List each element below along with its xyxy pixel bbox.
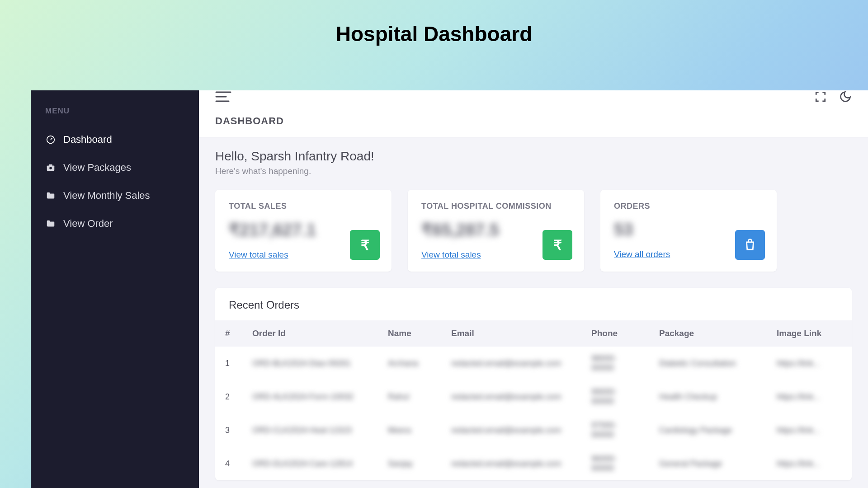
cell-link: https://link... (767, 380, 852, 413)
cell-link: https://link... (767, 347, 852, 380)
stat-label: ORDERS (614, 202, 763, 211)
app-window: MENU Dashboard View Packages View Monthl… (31, 90, 868, 488)
menu-toggle-icon[interactable] (215, 97, 231, 104)
cell-phone: 99000-00000 (581, 380, 649, 413)
folder-icon (45, 190, 56, 201)
sidebar-item-label: View Monthly Sales (63, 190, 150, 202)
col-name: Name (378, 320, 441, 347)
svg-point-2 (49, 167, 52, 169)
table-row[interactable]: 2ORD-ALK2024-Form-10032Rahulredacted.ema… (215, 380, 852, 413)
col-package: Package (649, 320, 767, 347)
col-image-link: Image Link (767, 320, 852, 347)
cell-phone: 96000-00000 (581, 447, 649, 480)
table-row[interactable]: 4ORD-DLK2024-Care-12814Sanjayredacted.em… (215, 447, 852, 480)
cell-order-id: ORD-BLK2024-Dias-09261 (242, 347, 378, 380)
sidebar-item-label: View Order (63, 218, 113, 230)
fullscreen-icon[interactable] (815, 91, 826, 104)
menu-heading: MENU (31, 107, 199, 126)
cell-phone: 98000-00000 (581, 347, 649, 380)
col-num: # (215, 320, 242, 347)
svg-rect-3 (49, 164, 52, 166)
table-row[interactable]: 3ORD-CLK2024-Heal-11523Meeraredacted.ema… (215, 413, 852, 447)
sidebar: MENU Dashboard View Packages View Monthl… (31, 90, 199, 488)
cell-name: Archana (378, 347, 441, 380)
breadcrumb: DASHBOARD (215, 115, 852, 127)
cell-package: General Package (649, 447, 767, 480)
cell-package: Cardiology Package (649, 413, 767, 447)
sidebar-item-dashboard[interactable]: Dashboard (31, 126, 199, 154)
cell-num: 2 (215, 380, 242, 413)
cell-num: 3 (215, 413, 242, 447)
cell-order-id: ORD-ALK2024-Form-10032 (242, 380, 378, 413)
main-content: DASHBOARD Hello, Sparsh Infantry Road! H… (199, 90, 868, 488)
content-area: Hello, Sparsh Infantry Road! Here's what… (199, 137, 868, 488)
recent-orders-panel: Recent Orders # Order Id Name Email Phon… (215, 288, 852, 480)
cell-phone: 97000-00000 (581, 413, 649, 447)
stat-label: TOTAL SALES (229, 202, 378, 211)
view-total-sales-link[interactable]: View total sales (421, 250, 481, 259)
rupee-icon: ₹ (350, 230, 380, 260)
cell-order-id: ORD-CLK2024-Heal-11523 (242, 413, 378, 447)
breadcrumb-bar: DASHBOARD (199, 105, 868, 137)
cell-name: Sanjay (378, 447, 441, 480)
sidebar-item-packages[interactable]: View Packages (31, 154, 199, 182)
cell-email: redacted.email@example.com (441, 380, 581, 413)
stats-row: TOTAL SALES ₹217,627.1 View total sales … (215, 190, 852, 272)
commission-card: TOTAL HOSPITAL COMMISSION ₹65,287.5 View… (408, 190, 584, 272)
sidebar-item-monthly-sales[interactable]: View Monthly Sales (31, 182, 199, 210)
view-total-sales-link[interactable]: View total sales (229, 250, 288, 259)
cell-email: redacted.email@example.com (441, 413, 581, 447)
orders-table: # Order Id Name Email Phone Package Imag… (215, 320, 852, 480)
cell-name: Meera (378, 413, 441, 447)
cell-link: https://link... (767, 447, 852, 480)
sidebar-item-label: View Packages (63, 162, 131, 174)
cell-email: redacted.email@example.com (441, 347, 581, 380)
table-row[interactable]: 1ORD-BLK2024-Dias-09261Archanaredacted.e… (215, 347, 852, 380)
dark-mode-icon[interactable] (839, 90, 852, 105)
subgreeting: Here's what's happening. (215, 166, 852, 176)
orders-card: ORDERS 53 View all orders (600, 190, 777, 272)
stat-label: TOTAL HOSPITAL COMMISSION (421, 202, 571, 211)
view-all-orders-link[interactable]: View all orders (614, 249, 670, 259)
table-header-row: # Order Id Name Email Phone Package Imag… (215, 320, 852, 347)
cell-link: https://link... (767, 413, 852, 447)
camera-icon (45, 162, 56, 173)
cell-order-id: ORD-DLK2024-Care-12814 (242, 447, 378, 480)
cell-name: Rahul (378, 380, 441, 413)
cell-num: 1 (215, 347, 242, 380)
cell-email: redacted.email@example.com (441, 447, 581, 480)
cell-package: Health Checkup (649, 380, 767, 413)
recent-orders-title: Recent Orders (215, 288, 852, 320)
folder-icon (45, 218, 56, 229)
cell-package: Diabetic Consultation (649, 347, 767, 380)
cell-num: 4 (215, 447, 242, 480)
page-title: Hospital Dashboard (0, 0, 868, 73)
rupee-icon: ₹ (542, 230, 572, 260)
sidebar-item-view-order[interactable]: View Order (31, 210, 199, 238)
topbar (199, 90, 868, 105)
gauge-icon (45, 134, 56, 145)
col-order-id: Order Id (242, 320, 378, 347)
col-phone: Phone (581, 320, 649, 347)
greeting: Hello, Sparsh Infantry Road! (215, 149, 852, 164)
sidebar-item-label: Dashboard (63, 134, 112, 145)
col-email: Email (441, 320, 581, 347)
total-sales-card: TOTAL SALES ₹217,627.1 View total sales … (215, 190, 392, 272)
bag-icon (735, 230, 765, 260)
